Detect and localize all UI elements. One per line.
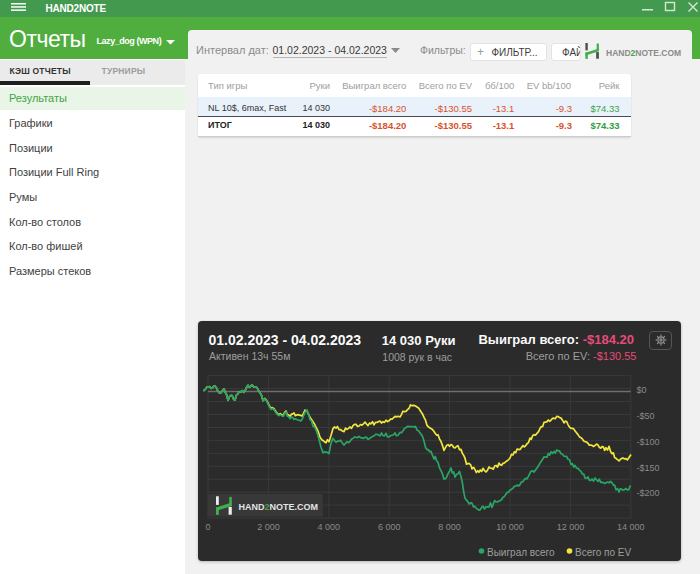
svg-text:8 000: 8 000 (438, 522, 461, 532)
svg-text:-$200: -$200 (637, 488, 660, 498)
svg-text:0: 0 (205, 522, 210, 532)
svg-text:2 000: 2 000 (257, 522, 280, 532)
svg-text:-$150: -$150 (637, 462, 660, 472)
svg-text:10 000: 10 000 (496, 522, 524, 532)
svg-text:12 000: 12 000 (557, 522, 585, 532)
svg-text:HAND2NOTE.COM: HAND2NOTE.COM (239, 502, 319, 512)
svg-text:Выиграл всего: Выиграл всего (487, 547, 555, 558)
svg-text:$0: $0 (637, 385, 647, 395)
svg-text:14 000: 14 000 (617, 522, 645, 532)
svg-text:Всего по EV: Всего по EV (575, 547, 631, 558)
svg-text:-$100: -$100 (637, 436, 660, 446)
svg-text:4 000: 4 000 (318, 522, 341, 532)
svg-text:-$50: -$50 (637, 410, 655, 420)
svg-text:6 000: 6 000 (378, 522, 401, 532)
